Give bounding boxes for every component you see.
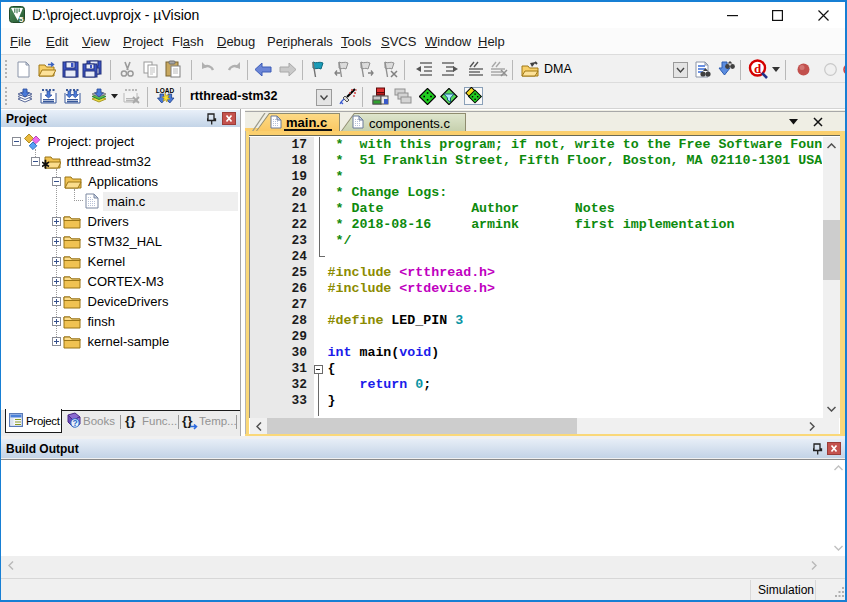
svg-text:?: ? — [72, 418, 77, 428]
svg-text:5: 5 — [19, 15, 24, 23]
svg-text:d: d — [754, 61, 762, 76]
